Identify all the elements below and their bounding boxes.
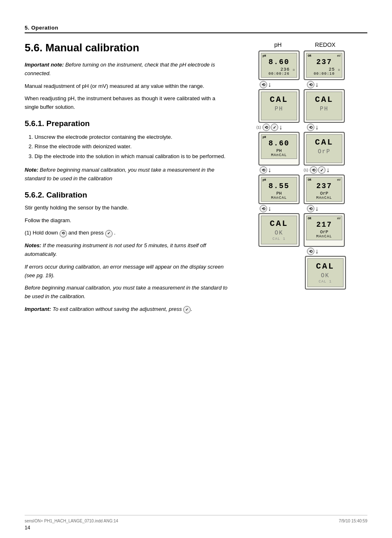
back-btn-rx2[interactable]: ⟲	[307, 124, 314, 131]
ph-cal-bot-1	[263, 113, 295, 117]
check-btn-2[interactable]: ✓	[271, 124, 278, 131]
rx-device-3: OR mV 217 OrP MAnCAL	[304, 213, 345, 247]
rx-cal-text-1: CAL	[308, 93, 340, 105]
ph-bot-3: MAnCAL	[263, 196, 295, 200]
right-column: pH REDOX pH 8.60 236 ◻ 00:00:26	[236, 41, 367, 318]
arrow-rx4: ↓	[315, 205, 318, 212]
cal-para1: Stir gently holding the sensor by the ha…	[25, 204, 228, 212]
ph-screen-3: pH 8.55 PH MAnCAL	[261, 177, 297, 202]
arrow-1: ↓	[268, 81, 271, 88]
back-btn-rx1[interactable]: ⟲	[307, 81, 314, 88]
arrow-rx1: ↓	[315, 81, 318, 88]
important-note: Important note: Before turning on the in…	[25, 61, 228, 78]
ph-val-2: 8.60	[263, 139, 295, 148]
arrow-row-3: ⟲ ↓ (1) ⟲ ✓ ↓	[236, 166, 367, 174]
ph-val-3: 8.55	[263, 182, 295, 191]
back-btn-4[interactable]: ⟲	[260, 205, 267, 212]
rx-cal-screen-1: CAL PH	[306, 92, 342, 120]
diagram-row3: pH 8.60 PH MAnCAL CAL OrP	[236, 132, 367, 166]
arrow-rx3: ↓	[326, 166, 330, 174]
ph-device-2: pH 8.60 PH MAnCAL	[258, 132, 300, 166]
check-btn-rx3[interactable]: ✓	[318, 166, 325, 174]
page: 5. Operation 5.6. Manual calibration Imp…	[0, 0, 392, 538]
rx-screen-1: OR mV 237 25 ◻ 00:00:10	[306, 53, 342, 78]
ph-mode-2: PH	[263, 148, 295, 153]
rx-mode-3: OrP	[308, 230, 340, 235]
rx-screen-2: OR mV 237 OrP MAnCAL	[306, 177, 342, 202]
para2: When readjusting pH, the instrument beha…	[25, 94, 228, 112]
step-1: Unscrew the electrode protector containi…	[35, 132, 228, 142]
back-btn-3[interactable]: ⟲	[260, 166, 267, 174]
check-button-icon: ✓	[105, 230, 113, 237]
rx-cal-device-2: CAL OrP	[304, 132, 345, 166]
page-number: 14	[25, 525, 30, 531]
back-btn-1[interactable]: ⟲	[260, 81, 267, 88]
back-btn-2[interactable]: ⟲	[263, 124, 270, 131]
ph-time-1: 00:00:26	[263, 72, 295, 76]
left-column: 5.6. Manual calibration Important note: …	[25, 41, 228, 318]
ph-device-1: pH 8.60 236 ◻ 00:00:26	[258, 51, 300, 80]
rx-cal-device-1: CAL PH	[304, 89, 345, 123]
rx-cal-screen-3: CAL OK CAL 1	[307, 258, 344, 287]
ph-bot-2: MAnCAL	[263, 153, 295, 157]
step-2: Rinse the electrode with deionized water…	[35, 142, 228, 151]
rx-val-1: 237	[308, 58, 340, 67]
rx-cal-bot-1	[308, 113, 340, 117]
ph-screen-2: pH 8.60 PH MAnCAL	[261, 134, 297, 159]
rx-cal-sub-1: PH	[308, 105, 340, 113]
ph-cal-sub-1: PH	[263, 105, 295, 113]
preparation-steps: Unscrew the electrode protector containi…	[35, 132, 228, 161]
notes-text3: Before beginning manual calibration, you…	[25, 284, 228, 301]
note-label: Note:	[25, 167, 38, 173]
ph-cal-screen-1: CAL PH	[261, 92, 297, 120]
ph-screen-1: pH 8.60 236 ◻ 00:00:26	[261, 53, 297, 78]
rx-cal-bot-2	[308, 155, 340, 160]
back-button-icon: ⟲	[60, 230, 67, 237]
label-1-ph: (1)	[256, 125, 261, 129]
footer-right: 7/9/10 15:40:59	[339, 519, 367, 523]
rx-device-2: OR mV 237 OrP MAnCAL	[304, 175, 345, 204]
sub1-title: 5.6.1. Preparation	[25, 119, 228, 128]
rx-mode-2: OrP	[308, 191, 340, 196]
cal-para2: Follow the diagram.	[25, 216, 228, 225]
back-btn-rx5[interactable]: ⟲	[307, 248, 314, 255]
ph-col-label: pH	[256, 41, 300, 48]
ph-cal-screen-2: CAL OK CAL 1	[261, 216, 297, 244]
para1: Manual readjustment of pH (or mV) measur…	[25, 82, 228, 91]
arrow-row-1: ⟲ ↓ ⟲ ↓	[236, 81, 367, 88]
rx-cal-sub-2: OrP	[308, 148, 340, 155]
rx-time-1: 00:00:10	[308, 72, 340, 76]
rx-val-2: 237	[308, 182, 340, 191]
rx-cal-text-2: CAL	[308, 136, 340, 148]
arrow-3: ↓	[268, 166, 271, 174]
ph-cal-text-2: CAL	[263, 217, 295, 229]
rx-cal-device-3: CAL OK CAL 1	[305, 256, 346, 290]
ph-val-1: 8.60	[263, 58, 295, 67]
rx-sub-1: 25 ◻	[308, 67, 340, 72]
back-btn-rx4[interactable]: ⟲	[307, 205, 314, 212]
redox-col-label: REDOX	[304, 41, 347, 48]
notes-text2: If errors occur during calibration, an e…	[25, 263, 228, 280]
diagram-row5: CAL OK CAL 1 OR mV 217 OrP MAnCAL	[236, 213, 367, 247]
rx-cal-text-3: CAL	[309, 260, 341, 272]
diagram-row4: pH 8.55 PH MAnCAL OR mV 237 OrP MAnCAL	[236, 175, 367, 204]
ph-cal-1-2: CAL 1	[263, 237, 295, 241]
note-body: Before beginning manual calibration, you…	[25, 167, 214, 182]
sub2-title: 5.6.2. Calibration	[25, 191, 228, 200]
back-btn-rx3[interactable]: ⟲	[310, 166, 317, 174]
notes-text: If the measuring instrument is not used …	[25, 242, 206, 257]
notes-block: Notes: If the measuring instrument is no…	[25, 241, 228, 259]
arrow-rx2: ↓	[315, 124, 318, 131]
ph-sub-1: 236 ◻	[263, 67, 295, 72]
rx-val-3: 217	[308, 221, 340, 230]
ph-device-3: pH 8.55 PH MAnCAL	[258, 175, 300, 204]
rx-cal-1-3: CAL 1	[309, 279, 341, 284]
arrow-row-4: ⟲ ↓ ⟲ ↓	[236, 205, 367, 212]
arrow-row-2: (1) ⟲ ✓ ↓ ⟲ ↓	[236, 124, 367, 131]
important-block: Important: To exit calibration without s…	[25, 305, 228, 314]
arrow-2: ↓	[279, 124, 282, 131]
diagram-row2: CAL PH CAL PH	[236, 89, 367, 123]
ph-cal-ok-2: OK	[263, 229, 295, 237]
important-note-label: Important note:	[25, 62, 64, 68]
rx-bot-3: MAnCAL	[308, 235, 340, 239]
